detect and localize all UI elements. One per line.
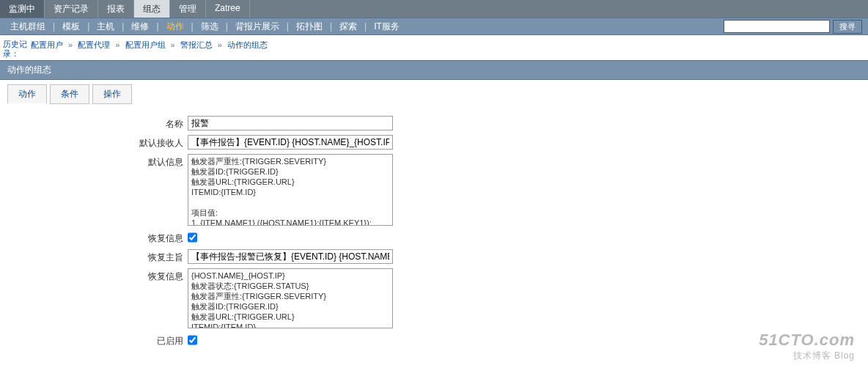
crumb-users[interactable]: 配置用户	[28, 40, 66, 49]
panel-title: 动作的组态	[0, 60, 868, 80]
subnav-hosts[interactable]: 主机	[89, 18, 122, 34]
recovmsg-label: 恢复信息	[0, 268, 188, 328]
watermark-line2: 技术博客 Blog	[759, 350, 855, 362]
topnav-tab-config[interactable]: 组态	[134, 0, 170, 18]
recovsubj-input[interactable]	[188, 249, 393, 264]
subnav-maps[interactable]: 拓扑图	[289, 18, 330, 34]
crumb-proxies[interactable]: 配置代理	[75, 40, 113, 49]
defmsg-textarea[interactable]: 触发器严重性:{TRIGGER.SEVERITY} 触发器ID:{TRIGGER…	[188, 154, 393, 226]
recovflag-label: 恢复信息	[0, 230, 188, 245]
subnav-hostgroups[interactable]: 主机群组	[3, 18, 53, 34]
subnav-filter[interactable]: 筛选	[194, 18, 226, 34]
defmsg-label: 默认信息	[0, 154, 188, 226]
watermark: 51CTO.com 技术博客 Blog	[759, 331, 855, 362]
topnav-tab-reports[interactable]: 报表	[98, 0, 134, 18]
sub-nav: 主机群组| 模板| 主机| 维修| 动作| 筛选| 背报片展示| 拓扑图| 探索…	[0, 18, 868, 35]
topnav-tab-admin[interactable]: 管理	[170, 0, 206, 18]
subnav-slideshows[interactable]: 背报片展示	[228, 18, 287, 34]
recipient-input[interactable]	[188, 135, 393, 150]
history-bar: 历史记录： 配置用户 » 配置代理 » 配置用户组 » 警报汇总 » 动作的组态	[0, 35, 868, 60]
history-label: 历史记录：	[3, 40, 28, 59]
tab-conditions[interactable]: 条件	[50, 84, 89, 104]
tab-action[interactable]: 动作	[7, 84, 47, 104]
form-tabs: 动作 条件 操作	[0, 80, 868, 104]
watermark-line1: 51CTO.com	[759, 331, 855, 350]
name-input[interactable]	[188, 116, 393, 130]
recovsubj-label: 恢复主旨	[0, 249, 188, 264]
crumb-alerts[interactable]: 警报汇总	[177, 40, 216, 49]
name-label: 名称	[0, 116, 188, 130]
subnav-templates[interactable]: 模板	[55, 18, 87, 34]
topnav-tab-assets[interactable]: 资产记录	[45, 0, 98, 18]
search-input[interactable]	[724, 20, 830, 33]
subnav-maintenance[interactable]: 维修	[124, 18, 156, 34]
crumb-actionconfig[interactable]: 动作的组态	[224, 40, 271, 49]
tab-operations[interactable]: 操作	[92, 84, 132, 104]
subnav-actions[interactable]: 动作	[159, 18, 191, 34]
topnav-tab-monitor[interactable]: 监测中	[0, 0, 45, 18]
topnav-tab-zatree[interactable]: Zatree	[206, 0, 250, 18]
recovflag-checkbox[interactable]	[188, 230, 197, 245]
enabled-checkbox[interactable]	[188, 333, 197, 347]
subnav-discovery[interactable]: 探索	[332, 18, 364, 34]
search-container: 搜寻	[724, 20, 865, 34]
search-button[interactable]: 搜寻	[833, 20, 862, 34]
subnav-itservice[interactable]: IT服务	[367, 18, 407, 34]
recovmsg-textarea[interactable]: {HOST.NAME}_{HOST.IP} 触发器状态:{TRIGGER.STA…	[188, 268, 393, 328]
crumb-usergroups[interactable]: 配置用户组	[122, 40, 169, 49]
top-nav: 监测中 资产记录 报表 组态 管理 Zatree	[0, 0, 868, 18]
recipient-label: 默认接收人	[0, 135, 188, 150]
action-form: 名称 默认接收人 默认信息 触发器严重性:{TRIGGER.SEVERITY} …	[0, 104, 868, 356]
enabled-label: 已启用	[0, 333, 188, 347]
